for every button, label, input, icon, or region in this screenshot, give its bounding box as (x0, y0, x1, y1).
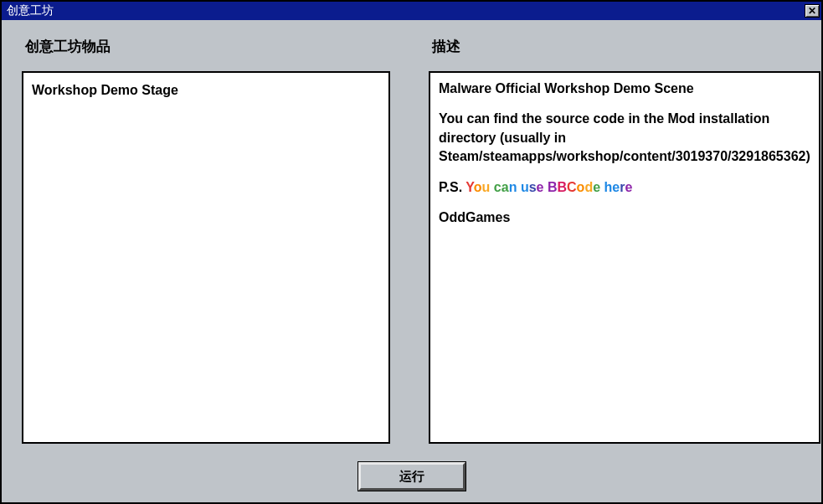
description-heading: 描述 (429, 37, 820, 56)
list-item[interactable]: Workshop Demo Stage (32, 80, 380, 101)
description-ps: P.S. You can use BBCode here (439, 178, 810, 197)
description-author: OddGames (439, 208, 810, 227)
right-column: 描述 Malware Official Workshop Demo Scene … (429, 37, 820, 444)
window-title: 创意工坊 (7, 3, 54, 18)
items-heading: 创意工坊物品 (22, 37, 390, 56)
bottom-bar: 运行 (22, 444, 801, 491)
bbcode-rainbow-text: You can use BBCode here (466, 180, 632, 194)
run-button[interactable]: 运行 (358, 462, 466, 491)
titlebar: 创意工坊 ✕ (2, 2, 821, 20)
close-icon: ✕ (808, 5, 816, 17)
ps-prefix: P.S. (439, 180, 466, 194)
items-list-panel[interactable]: Workshop Demo Stage (22, 71, 390, 444)
close-button[interactable]: ✕ (805, 4, 820, 18)
description-panel: Malware Official Workshop Demo Scene You… (429, 71, 820, 444)
run-button-label: 运行 (399, 469, 424, 485)
description-body: You can find the source code in the Mod … (439, 110, 810, 166)
description-title: Malware Official Workshop Demo Scene (439, 80, 810, 98)
left-column: 创意工坊物品 Workshop Demo Stage (22, 37, 390, 444)
content-area: 创意工坊物品 Workshop Demo Stage 描述 Malware Of… (2, 20, 821, 502)
workshop-window: 创意工坊 ✕ 创意工坊物品 Workshop Demo Stage 描述 Mal… (0, 0, 823, 504)
columns: 创意工坊物品 Workshop Demo Stage 描述 Malware Of… (22, 37, 801, 444)
